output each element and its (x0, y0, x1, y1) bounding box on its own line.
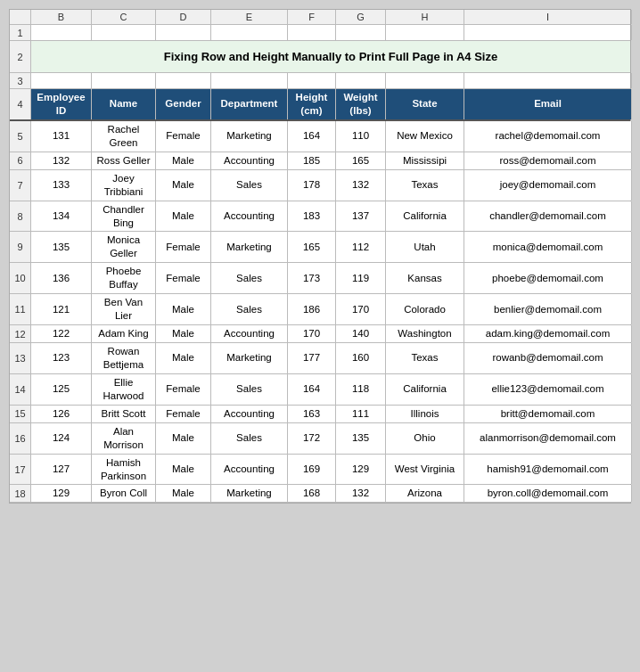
cell-height: 183 (288, 201, 336, 232)
cell-id: 125 (31, 374, 92, 405)
cell-department: Accounting (211, 325, 288, 342)
table-row: 16 124 Alan Morrison Male Sales 172 135 … (10, 423, 630, 455)
cell-department: Marketing (211, 485, 288, 502)
cell-email: ross@demomail.com (464, 152, 632, 169)
cell-id: 135 (31, 232, 92, 262)
cell-height: 165 (288, 232, 336, 262)
cell-name: Alan Morrison (92, 423, 156, 454)
row-num-4: 4 (10, 89, 31, 119)
header-department: Department (211, 89, 288, 119)
header-email: Email (464, 89, 632, 119)
cell-email: chandler@demomail.com (464, 201, 632, 232)
cell-department: Sales (211, 374, 288, 405)
cell-height: 164 (288, 121, 336, 152)
cell-state: Texas (386, 170, 464, 201)
cell-state: New Mexico (386, 121, 464, 152)
cell-email: ellie123@demomail.com (464, 374, 632, 405)
row-num-8: 8 (10, 201, 31, 232)
row-num-9: 9 (10, 232, 31, 262)
cell-gender: Female (156, 374, 211, 405)
row-num-11: 11 (10, 294, 31, 324)
row-1: 1 (10, 25, 630, 41)
cell-3f (288, 73, 336, 88)
cell-email: benlier@demomail.com (464, 294, 632, 324)
cell-state: Arizona (386, 485, 464, 502)
table-row: 15 126 Britt Scott Female Accounting 163… (10, 406, 630, 423)
row-num-17: 17 (10, 455, 31, 485)
row-num-7: 7 (10, 170, 31, 201)
row-num-12: 12 (10, 325, 31, 342)
cell-id: 127 (31, 455, 92, 485)
cell-height: 173 (288, 263, 336, 293)
header-employee-id: Employee ID (31, 89, 92, 119)
title-row: 2 Fixing Row and Height Manually to Prin… (10, 41, 630, 73)
cell-email: rachel@demomail.com (464, 121, 632, 152)
cell-name: Ben Van Lier (92, 294, 156, 324)
table-header-row: 4 Employee ID Name Gender Department Hei… (10, 89, 630, 121)
col-header-d: D (156, 10, 211, 24)
cell-height: 169 (288, 455, 336, 485)
cell-3i (464, 73, 632, 88)
cell-department: Accounting (211, 406, 288, 422)
cell-id: 136 (31, 263, 92, 293)
col-header-f: F (288, 10, 336, 24)
header-name: Name (92, 89, 156, 119)
table-row: 9 135 Monica Geller Female Marketing 165… (10, 232, 630, 263)
cell-height: 178 (288, 170, 336, 201)
row-num-13: 13 (10, 343, 31, 373)
cell-weight: 140 (336, 325, 386, 342)
cell-gender: Male (156, 325, 211, 342)
cell-gender: Male (156, 485, 211, 502)
col-header-c: C (92, 10, 156, 24)
cell-email: byron.coll@demomail.com (464, 485, 632, 502)
row-3: 3 (10, 73, 630, 89)
cell-name: Britt Scott (92, 406, 156, 422)
table-row: 7 133 Joey Tribbiani Male Sales 178 132 … (10, 170, 630, 201)
cell-gender: Female (156, 406, 211, 422)
cell-state: Texas (386, 343, 464, 373)
cell-department: Sales (211, 263, 288, 293)
cell-name: Byron Coll (92, 485, 156, 502)
cell-weight: 110 (336, 121, 386, 152)
cell-1c (92, 25, 156, 40)
cell-department: Marketing (211, 121, 288, 152)
row-num-2: 2 (10, 41, 31, 72)
cell-gender: Male (156, 343, 211, 373)
cell-weight: 132 (336, 170, 386, 201)
cell-state: Illinois (386, 406, 464, 422)
col-header-g: G (336, 10, 386, 24)
cell-state: Utah (386, 232, 464, 262)
cell-gender: Male (156, 455, 211, 485)
cell-department: Marketing (211, 232, 288, 262)
row-num-14: 14 (10, 374, 31, 405)
cell-3b (31, 73, 92, 88)
cell-department: Accounting (211, 455, 288, 485)
cell-1d (156, 25, 211, 40)
cell-id: 126 (31, 406, 92, 422)
column-headers: B C D E F G H I (10, 10, 630, 25)
cell-state: Kansas (386, 263, 464, 293)
col-header-i: I (464, 10, 632, 24)
cell-state: Mississipi (386, 152, 464, 169)
cell-name: Hamish Parkinson (92, 455, 156, 485)
cell-department: Marketing (211, 343, 288, 373)
cell-id: 122 (31, 325, 92, 342)
cell-weight: 112 (336, 232, 386, 262)
cell-3d (156, 73, 211, 88)
cell-email: phoebe@demomail.com (464, 263, 632, 293)
row-num-10: 10 (10, 263, 31, 293)
cell-id: 131 (31, 121, 92, 152)
cell-gender: Female (156, 263, 211, 293)
cell-gender: Male (156, 294, 211, 324)
cell-3e (211, 73, 288, 88)
cell-id: 121 (31, 294, 92, 324)
cell-department: Sales (211, 170, 288, 201)
cell-state: Colorado (386, 294, 464, 324)
cell-weight: 118 (336, 374, 386, 405)
cell-3h (386, 73, 464, 88)
cell-name: Monica Geller (92, 232, 156, 262)
cell-gender: Female (156, 121, 211, 152)
cell-gender: Male (156, 423, 211, 454)
table-row: 12 122 Adam King Male Accounting 170 140… (10, 325, 630, 343)
data-rows: 5 131 Rachel Green Female Marketing 164 … (10, 121, 630, 504)
